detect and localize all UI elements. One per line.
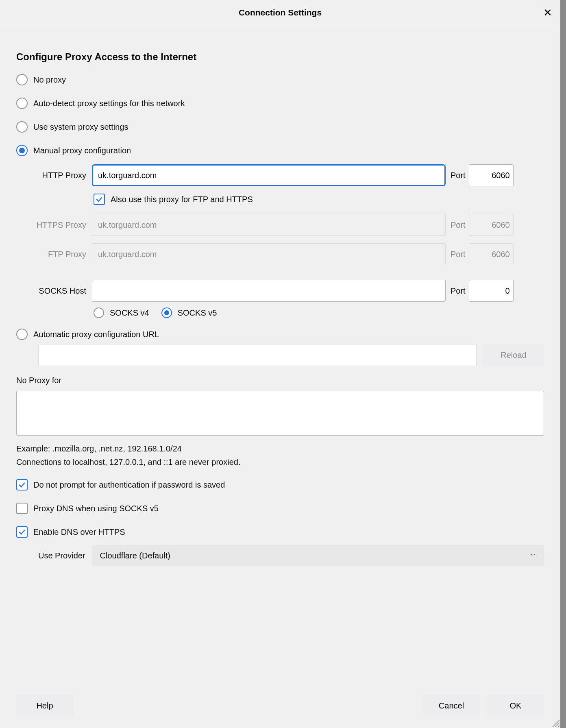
checkbox-also-use[interactable] [94,194,105,205]
radio-system-proxy[interactable] [16,121,28,133]
no-auth-prompt-label: Do not prompt for authentication if pass… [33,480,225,490]
cancel-button[interactable]: Cancel [423,695,480,717]
ftp-port-label: Port [451,250,466,259]
http-port-input[interactable] [469,164,514,186]
no-proxy-textarea[interactable] [16,391,544,436]
also-use-label: Also use this proxy for FTP and HTTPS [111,195,253,204]
radio-auto-url-label: Automatic proxy configuration URL [33,330,159,339]
ok-button[interactable]: OK [487,695,544,717]
radio-no-proxy[interactable] [16,74,28,85]
checkbox-proxy-dns-socks[interactable] [16,503,28,514]
provider-value: Cloudflare (Default) [100,551,170,560]
radio-auto-detect[interactable] [16,98,28,109]
ftp-port-input [469,243,514,265]
checkbox-no-auth-prompt[interactable] [16,479,28,490]
no-proxy-note: Connections to localhost, 127.0.0.1, and… [16,458,544,467]
radio-no-proxy-label: No proxy [33,75,66,85]
scrollbar-track[interactable] [560,0,566,728]
https-port-label: Port [451,220,466,230]
socks-v5-label: SOCKS v5 [178,308,217,318]
socks-port-input[interactable] [469,280,514,302]
checkbox-dns-over-https[interactable] [16,526,28,538]
dialog-header: Connection Settings ✕ [0,0,560,25]
help-button[interactable]: Help [16,695,73,717]
radio-manual-proxy[interactable] [16,145,28,156]
auto-url-input [38,344,477,366]
http-proxy-input[interactable] [92,164,446,186]
check-icon [95,195,103,203]
radio-socks-v4[interactable] [94,307,104,318]
dns-over-https-label: Enable DNS over HTTPS [33,527,125,537]
svg-line-2 [558,726,559,727]
socks-v4-label: SOCKS v4 [110,308,149,318]
http-proxy-label: HTTP Proxy [16,171,89,180]
dialog-title: Connection Settings [239,8,322,17]
no-proxy-for-label: No Proxy for [16,376,544,385]
https-proxy-label: HTTPS Proxy [16,220,89,230]
no-proxy-example: Example: .mozilla.org, .net.nz, 192.168.… [16,444,544,453]
radio-system-label: Use system proxy settings [33,122,128,132]
provider-label: Use Provider [38,551,85,560]
check-icon [18,528,26,536]
radio-manual-label: Manual proxy configuration [33,146,131,155]
https-proxy-input [92,214,446,236]
socks-host-label: SOCKS Host [16,286,89,296]
radio-auto-url[interactable] [16,329,28,340]
reload-button: Reload [483,344,544,366]
chevron-down-icon: ﹀ [530,552,536,559]
close-icon: ✕ [543,7,552,19]
socks-host-input[interactable] [92,280,446,302]
radio-auto-detect-label: Auto-detect proxy settings for this netw… [33,99,185,108]
ftp-proxy-input [92,243,446,265]
radio-socks-v5[interactable] [161,307,172,318]
resize-grip-icon[interactable] [551,718,559,727]
https-port-input [469,214,514,236]
section-title: Configure Proxy Access to the Internet [16,51,544,63]
ftp-proxy-label: FTP Proxy [16,250,89,259]
socks-port-label: Port [451,286,466,296]
check-icon [18,481,26,489]
proxy-dns-socks-label: Proxy DNS when using SOCKS v5 [33,504,159,513]
provider-select[interactable]: Cloudflare (Default) ﹀ [92,545,544,566]
close-button[interactable]: ✕ [543,7,552,18]
http-port-label: Port [451,171,466,180]
